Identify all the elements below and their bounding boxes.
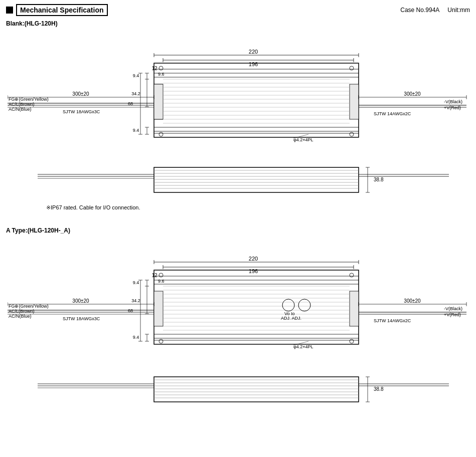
svg-text:9.4: 9.4	[132, 128, 139, 133]
svg-text:12: 12	[151, 66, 157, 71]
svg-text:AC/L(Brown): AC/L(Brown)	[9, 102, 35, 107]
blank-side-view: 38.8	[8, 160, 469, 201]
svg-point-163	[159, 339, 163, 343]
svg-text:38.8: 38.8	[374, 177, 384, 182]
atype-top-svg: 220 196 12 9.6 Vo Io ADJ. ADJ. 9.4 34.2 …	[8, 236, 469, 369]
svg-rect-170	[154, 377, 359, 402]
svg-text:AC/N(Blue): AC/N(Blue)	[9, 314, 32, 319]
svg-point-70	[159, 132, 163, 136]
svg-text:9.4: 9.4	[132, 73, 139, 78]
svg-point-71	[350, 132, 354, 136]
svg-text:68: 68	[127, 101, 132, 106]
svg-point-123	[298, 299, 310, 311]
svg-text:220: 220	[248, 256, 257, 262]
atype-top-view: 220 196 12 9.6 Vo Io ADJ. ADJ. 9.4 34.2 …	[8, 236, 469, 370]
svg-text:34.2: 34.2	[131, 91, 140, 96]
svg-text:196: 196	[248, 268, 257, 274]
title-box: Mechanical Specification	[6, 4, 108, 16]
svg-text:SJTW 18AWGx3C: SJTW 18AWGx3C	[63, 109, 100, 114]
svg-point-165	[159, 273, 163, 277]
svg-text:+V(Red): +V(Red)	[444, 105, 461, 110]
svg-text:220: 220	[248, 49, 257, 55]
svg-point-164	[350, 339, 354, 343]
blank-section-label: Blank:(HLG-120H)	[6, 20, 470, 27]
svg-rect-109	[350, 291, 359, 326]
blank-top-svg: 220 196 12 9.6 9.4 34.2 68	[8, 29, 469, 159]
svg-text:9.6: 9.6	[158, 72, 165, 77]
svg-rect-101	[154, 270, 359, 344]
svg-text:FG⊕(Green/Yellow): FG⊕(Green/Yellow)	[9, 97, 49, 102]
svg-text:34.2: 34.2	[131, 298, 140, 303]
svg-text:φ4.2×4PL: φ4.2×4PL	[293, 344, 313, 349]
svg-rect-19	[154, 84, 163, 119]
atype-side-svg: 38.8	[8, 370, 469, 410]
title-icon	[6, 7, 13, 14]
svg-text:FG⊕(Green/Yellow): FG⊕(Green/Yellow)	[9, 304, 49, 309]
svg-text:SJTW 14AWGx2C: SJTW 14AWGx2C	[374, 318, 411, 323]
svg-text:ADJ. ADJ.: ADJ. ADJ.	[281, 316, 301, 321]
svg-text:300±20: 300±20	[404, 91, 421, 97]
svg-text:9.4: 9.4	[132, 280, 139, 285]
svg-text:196: 196	[248, 61, 257, 67]
svg-text:9.6: 9.6	[158, 279, 165, 284]
svg-text:68: 68	[127, 308, 132, 313]
svg-text:SJTW 18AWGx3C: SJTW 18AWGx3C	[63, 316, 100, 321]
blank-side-svg: 38.8	[8, 160, 469, 200]
case-info: Case No.994A Unit:mm	[400, 7, 470, 14]
page-title: Mechanical Specification	[16, 4, 108, 16]
svg-text:AC/L(Brown): AC/L(Brown)	[9, 309, 35, 314]
svg-text:38.8: 38.8	[374, 386, 384, 392]
svg-text:300±20: 300±20	[72, 298, 89, 304]
svg-text:φ4.2×4PL: φ4.2×4PL	[293, 137, 313, 142]
svg-rect-77	[154, 167, 359, 192]
atype-side-view: 38.8	[8, 370, 469, 411]
note-text: ※IP67 rated. Cable for I/O connection.	[46, 204, 470, 211]
svg-text:12: 12	[151, 273, 157, 278]
svg-point-166	[350, 273, 354, 277]
svg-point-73	[350, 66, 354, 70]
svg-text:SJTW 14AWGx2C: SJTW 14AWGx2C	[374, 111, 411, 116]
svg-text:AC/N(Blue): AC/N(Blue)	[9, 107, 32, 112]
blank-top-view: 220 196 12 9.6 9.4 34.2 68	[8, 29, 469, 160]
svg-point-72	[159, 66, 163, 70]
svg-text:+V(Red): +V(Red)	[444, 312, 461, 317]
svg-text:9.4: 9.4	[132, 335, 139, 340]
svg-rect-20	[350, 84, 359, 119]
svg-rect-108	[154, 291, 163, 326]
svg-text:300±20: 300±20	[404, 298, 421, 304]
svg-rect-10	[154, 63, 359, 137]
svg-text:-V(Black): -V(Black)	[444, 99, 462, 104]
header: Mechanical Specification Case No.994A Un…	[6, 4, 470, 16]
svg-text:-V(Black): -V(Black)	[444, 306, 462, 311]
a-type-section-label: A Type:(HLG-120H-_A)	[6, 227, 470, 234]
svg-point-122	[282, 299, 294, 311]
svg-text:300±20: 300±20	[72, 91, 89, 97]
